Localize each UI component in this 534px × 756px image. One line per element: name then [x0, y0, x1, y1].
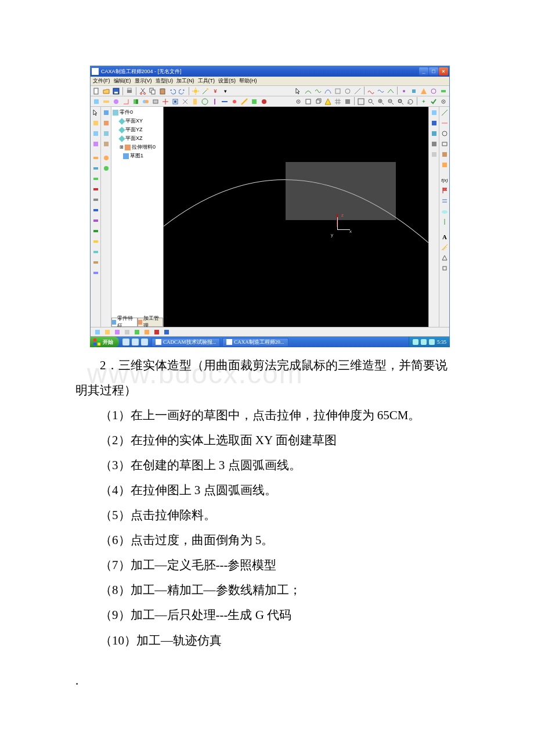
feat15-icon[interactable]	[230, 97, 239, 106]
bt7-icon[interactable]	[152, 327, 161, 337]
bt4-icon[interactable]	[122, 327, 132, 337]
plus-icon[interactable]: +	[419, 97, 428, 106]
feat6-icon[interactable]	[141, 97, 150, 106]
lt2b-icon[interactable]	[102, 118, 111, 128]
rt-dim-icon[interactable]	[440, 196, 449, 206]
rt2d-icon[interactable]	[440, 139, 449, 149]
title-bar[interactable]: CAXA制造工程师2004 - [无名文件] _ □ ×	[91, 66, 449, 77]
lt11-icon[interactable]	[91, 216, 100, 225]
taskbar-item-1[interactable]: CADCAM技术试验报...	[151, 338, 220, 347]
start-button[interactable]: 开始	[90, 337, 119, 347]
lt5-icon[interactable]	[91, 153, 100, 163]
menu-setting[interactable]: 设置(S)	[218, 77, 236, 85]
menu-model[interactable]: 造型(U)	[156, 77, 174, 85]
feat3-icon[interactable]	[111, 97, 121, 106]
feat2-icon[interactable]	[102, 97, 111, 106]
menu-edit[interactable]: 编辑(E)	[114, 77, 131, 85]
lt15-icon[interactable]	[91, 258, 100, 267]
tab-machine[interactable]: 加工管理	[138, 318, 164, 327]
new-icon[interactable]	[92, 87, 101, 96]
lt2a-icon[interactable]	[102, 108, 111, 117]
op3-icon[interactable]	[419, 87, 428, 96]
tool-b-icon[interactable]	[343, 87, 352, 96]
bt5-icon[interactable]	[132, 327, 142, 337]
tray2-icon[interactable]	[421, 339, 427, 345]
view-warn-icon[interactable]	[323, 97, 333, 106]
taskbar-item-2[interactable]: CAXA制造工程师20...	[222, 338, 288, 347]
menu-help[interactable]: 帮助(H)	[239, 77, 257, 85]
layer-icon[interactable]: ¥	[211, 87, 220, 96]
tool-a-icon[interactable]	[333, 87, 342, 96]
curve2-icon[interactable]	[313, 87, 323, 96]
lt4-icon[interactable]	[91, 139, 100, 149]
zoom-in-icon[interactable]	[376, 97, 385, 106]
feat11-icon[interactable]	[190, 97, 200, 106]
tray3-icon[interactable]	[429, 339, 435, 345]
op5-icon[interactable]	[439, 87, 448, 96]
zoom-out-icon[interactable]	[386, 97, 395, 106]
lt2d-icon[interactable]	[102, 139, 111, 149]
rt-text-icon[interactable]: A	[440, 232, 449, 242]
minimize-button[interactable]: _	[419, 67, 428, 75]
cut-icon[interactable]	[138, 87, 147, 96]
feat16-icon[interactable]	[240, 97, 249, 106]
tree-plane-xy[interactable]: 平面XY	[113, 117, 162, 125]
curve3-icon[interactable]	[323, 87, 333, 96]
feat10-icon[interactable]	[181, 97, 190, 106]
lt1-icon[interactable]	[91, 108, 100, 117]
lt10-icon[interactable]	[91, 206, 100, 215]
lt16-icon[interactable]	[91, 268, 100, 278]
rt5-icon[interactable]	[430, 150, 439, 159]
lt13-icon[interactable]	[91, 237, 100, 246]
ql1-icon[interactable]	[122, 339, 129, 345]
lt2e-icon[interactable]	[102, 153, 111, 163]
feat17-icon[interactable]	[250, 97, 259, 106]
feat12-icon[interactable]	[200, 97, 210, 106]
rt-fx-icon[interactable]: f(x)	[440, 175, 449, 185]
bt1-icon[interactable]	[93, 327, 102, 337]
wave1-icon[interactable]	[366, 87, 376, 96]
open-icon[interactable]	[102, 87, 111, 96]
view-grid-icon[interactable]	[333, 97, 342, 106]
rt2c-icon[interactable]	[440, 129, 449, 138]
rt-tri-icon[interactable]	[440, 253, 449, 262]
wave2-icon[interactable]	[376, 87, 385, 96]
sketch-icon[interactable]	[201, 87, 210, 96]
select-icon[interactable]	[294, 87, 303, 96]
op1-icon[interactable]	[399, 87, 409, 96]
lt7-icon[interactable]	[91, 174, 100, 183]
rt-vert-icon[interactable]	[440, 217, 449, 226]
lt2-icon[interactable]	[91, 118, 100, 128]
tree-plane-yz[interactable]: 平面YZ	[113, 125, 162, 134]
rt3-icon[interactable]	[430, 129, 439, 138]
bt3-icon[interactable]	[113, 327, 122, 337]
print-icon[interactable]	[125, 87, 134, 96]
copy-icon[interactable]	[148, 87, 157, 96]
lt3-icon[interactable]	[91, 129, 100, 138]
rt-sq-icon[interactable]	[440, 264, 449, 273]
close-button[interactable]: ×	[439, 67, 448, 75]
menu-machine[interactable]: 加工(N)	[176, 77, 194, 85]
feat18-icon[interactable]	[259, 97, 269, 106]
rt1-icon[interactable]	[430, 108, 439, 117]
feat5-icon[interactable]	[131, 97, 140, 106]
lt2c-icon[interactable]	[102, 129, 111, 138]
win1-icon[interactable]	[356, 97, 366, 106]
redo-icon[interactable]	[178, 87, 187, 96]
feat13-icon[interactable]	[210, 97, 219, 106]
rt4-icon[interactable]	[430, 139, 439, 149]
tool-c-icon[interactable]	[353, 87, 362, 96]
bt8-icon[interactable]	[162, 327, 171, 337]
feature-tree[interactable]: 零件0 平面XY 平面YZ 平面XZ ⊞拉伸增料0 草图1	[111, 107, 163, 318]
rt2f-icon[interactable]	[440, 160, 449, 170]
ql3-icon[interactable]	[141, 339, 148, 345]
model-canvas[interactable]: z y x	[164, 107, 428, 327]
view2-icon[interactable]	[304, 97, 313, 106]
ql2-icon[interactable]	[132, 339, 139, 345]
zoom-reset-icon[interactable]	[366, 97, 376, 106]
feat14-icon[interactable]	[220, 97, 229, 106]
feat4-icon[interactable]	[121, 97, 131, 106]
op2-icon[interactable]	[409, 87, 418, 96]
rt-cloud-icon[interactable]	[440, 207, 449, 216]
tree-root[interactable]: 零件0	[113, 108, 162, 117]
